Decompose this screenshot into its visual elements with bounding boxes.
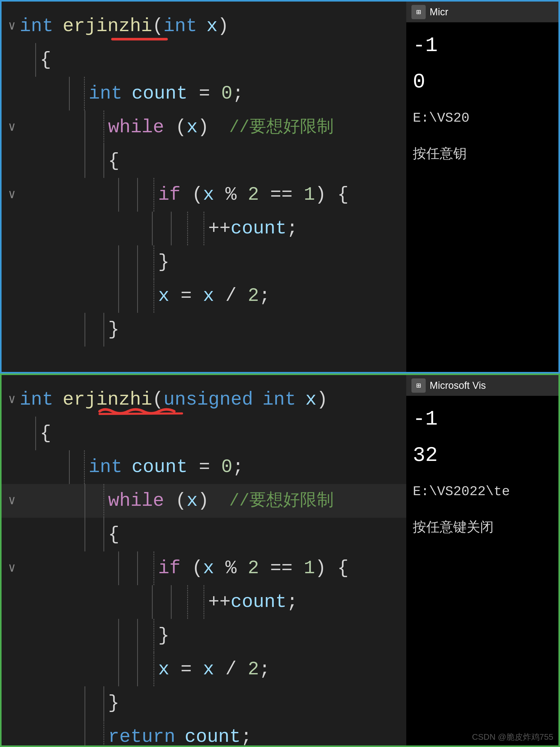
terminal-title-bottom: Microsoft Vis — [430, 380, 486, 391]
close-if-top: } — [2, 246, 406, 279]
terminal-top: ⊞ Micr -1 0 E:\VS20 按任意钥 — [406, 2, 558, 372]
terminal-prompt-top: 按任意钥 — [413, 136, 552, 173]
param-kw-top: int — [164, 9, 197, 43]
assign-bottom: x = x / 2 ; — [2, 652, 406, 686]
attribution: CSDN @脆皮炸鸡755 — [472, 731, 553, 743]
assign-top: x = x / 2 ; — [2, 279, 406, 313]
fold-if-top[interactable]: ∨ — [4, 178, 20, 212]
param-kw-bottom: int — [262, 383, 296, 416]
return-line-bottom: return count ; — [2, 720, 406, 745]
terminal-val2-bottom: 32 — [413, 437, 552, 473]
close-while-top: } — [2, 313, 406, 346]
terminal-title-top: Micr — [430, 6, 448, 18]
while-open-brace-bottom: { — [2, 518, 406, 551]
terminal-path-bottom: E:\VS2022\te — [413, 473, 552, 510]
terminal-content-top: -1 0 E:\VS20 按任意钥 — [406, 22, 558, 372]
kw-int-bottom: int — [20, 383, 53, 416]
code-section-bottom: ∨ int erjinzhi ( unsigned int x ) — [2, 375, 406, 745]
count-decl-top: int count = 0 ; — [2, 77, 406, 110]
terminal-icon-top: ⊞ — [411, 5, 426, 19]
terminal-val1-bottom: -1 — [413, 401, 552, 437]
terminal-path-top: E:\VS20 — [413, 100, 552, 136]
fn-sig-content-bottom: int erjinzhi ( unsigned int x ) — [20, 383, 406, 416]
increment-bottom: ++ count ; — [2, 585, 406, 619]
param-x-top: x — [206, 9, 217, 43]
open-brace-top: { — [2, 43, 406, 77]
paren-open-bottom: ( — [152, 383, 163, 416]
fold-if-bottom[interactable]: ∨ — [4, 551, 20, 585]
panel-top: ∨ int erjinzhi ( int x ) — [0, 0, 560, 374]
terminal-header-bottom: ⊞ Microsoft Vis — [406, 375, 558, 396]
terminal-icon-bottom: ⊞ — [411, 379, 426, 393]
fold-while-bottom[interactable]: ∨ — [4, 484, 20, 518]
fn-name-top: erjinzhi — [63, 9, 153, 43]
while-line-top: ∨ while ( x ) //要想好限制 — [2, 110, 406, 144]
terminal-val2-top: 0 — [413, 64, 552, 100]
close-while-bottom: } — [2, 686, 406, 720]
panel-bottom: ∨ int erjinzhi ( unsigned int x ) — [0, 374, 560, 747]
fn-name-bottom: erjinzhi — [63, 383, 153, 416]
paren-open-top: ( — [152, 9, 163, 43]
if-line-top: ∨ if ( x % 2 == 1 ) { — [2, 178, 406, 212]
main-container: ∨ int erjinzhi ( int x ) — [0, 0, 560, 747]
if-line-bottom: ∨ if ( x % 2 == 1 ) { — [2, 551, 406, 585]
terminal-header-top: ⊞ Micr — [406, 2, 558, 22]
terminal-bottom: ⊞ Microsoft Vis -1 32 E:\VS2022\te 按任意键关… — [406, 375, 558, 745]
kw-int-top: int — [20, 9, 53, 43]
param-unsigned-bottom: unsigned — [164, 383, 253, 416]
increment-top: ++ count ; — [2, 212, 406, 246]
while-open-brace-top: { — [2, 144, 406, 178]
paren-close-top: ) — [217, 9, 229, 43]
while-line-bottom: ∨ while ( x ) //要想好限制 — [2, 484, 406, 518]
fn-sig-content: int erjinzhi ( int x ) — [20, 9, 406, 43]
terminal-val1-top: -1 — [413, 27, 552, 64]
open-brace-bottom: { — [2, 416, 406, 450]
fn-signature-top: ∨ int erjinzhi ( int x ) — [2, 9, 406, 43]
terminal-content-bottom: -1 32 E:\VS2022\te 按任意键关闭 — [406, 396, 558, 745]
fold-while-top[interactable]: ∨ — [4, 110, 20, 144]
fold-arrow-top[interactable]: ∨ — [4, 9, 20, 43]
fn-signature-bottom: ∨ int erjinzhi ( unsigned int x ) — [2, 383, 406, 416]
fold-arrow-bottom[interactable]: ∨ — [4, 383, 20, 416]
paren-close-bottom: ) — [317, 383, 328, 416]
count-decl-bottom: int count = 0 ; — [2, 450, 406, 484]
param-x-bottom: x — [305, 383, 317, 416]
close-if-bottom: } — [2, 619, 406, 652]
terminal-prompt-bottom: 按任意键关闭 — [413, 510, 552, 546]
code-section-top: ∨ int erjinzhi ( int x ) — [2, 2, 406, 372]
